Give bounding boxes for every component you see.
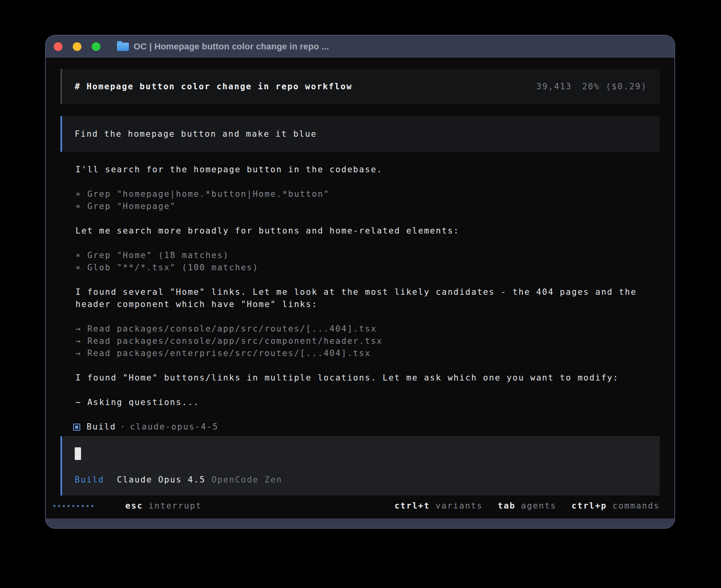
tool-call-group: ∗ Grep "Home" (18 matches) ∗ Glob "**/*.… [75, 249, 660, 274]
agent-square-icon [73, 424, 80, 431]
text-cursor[interactable] [75, 447, 81, 460]
window-title: OC | Homepage button color change in rep… [134, 41, 329, 52]
tool-call-grep: ∗ Grep "Homepage" [75, 200, 660, 213]
tool-call-glob: ∗ Glob "**/*.tsx" (100 matches) [75, 262, 660, 274]
tool-call-read: → Read packages/console/app/src/routes/[… [75, 323, 660, 335]
window-bottom-frame [46, 518, 674, 528]
arrow-right-icon: → [75, 336, 81, 346]
separator-dot: · [120, 421, 126, 433]
assistant-paragraph: I'll search for the homepage button in t… [75, 164, 660, 176]
tool-call-grep: ∗ Grep "Home" (18 matches) [75, 249, 660, 262]
esc-key-action: interrupt [149, 500, 202, 512]
footer-shortcuts: ctrl+tvariants tabagents ctrl+pcommands [379, 500, 660, 512]
status-footer: esc interrupt ctrl+tvariants tabagents c… [60, 500, 660, 512]
assistant-paragraph: I found several "Home" links. Let me loo… [75, 286, 660, 311]
tool-bullet-icon: ∗ [75, 251, 81, 260]
folder-icon [117, 43, 129, 51]
zoom-button[interactable] [92, 42, 100, 51]
agents-shortcut: tabagents [498, 500, 557, 512]
tool-call-grep: ∗ Grep "homepage|home.*button|Home.*butt… [75, 188, 660, 200]
tool-call-read: → Read packages/console/app/src/componen… [75, 335, 660, 347]
tool-bullet-icon: ∗ [75, 189, 81, 199]
input-model-name: Claude Opus 4.5 [117, 475, 206, 484]
session-title: # Homepage button color change in repo w… [75, 79, 352, 94]
user-message: Find the homepage button and make it blu… [60, 116, 660, 152]
input-agent-name: Build [75, 475, 104, 484]
tool-call-read: → Read packages/enterprise/src/routes/[.… [75, 347, 660, 360]
token-count: 39,413 [536, 82, 572, 91]
prompt-input[interactable]: BuildClaude Opus 4.5OpenCode Zen [60, 436, 660, 496]
close-button[interactable] [54, 42, 62, 51]
terminal-content: # Homepage button color change in repo w… [46, 58, 674, 518]
assistant-paragraph: Let me search more broadly for buttons a… [75, 225, 660, 237]
tool-bullet-icon: ∗ [75, 263, 81, 272]
tool-call-group: ∗ Grep "homepage|home.*button|Home.*butt… [75, 188, 660, 213]
agent-status-line: Build · claude-opus-4-5 [75, 421, 660, 433]
agent-name: Build [87, 421, 116, 433]
input-provider-name: OpenCode Zen [211, 475, 282, 484]
context-usage: 20% ($0.29) [582, 82, 647, 91]
session-stats: 39,41320% ($0.29) [536, 79, 647, 94]
minimize-button[interactable] [73, 42, 81, 51]
asking-questions-status: ~ Asking questions... [75, 396, 660, 409]
arrow-right-icon: → [75, 324, 81, 334]
tool-call-group: → Read packages/console/app/src/routes/[… [75, 323, 660, 360]
spinner-dots-icon [53, 505, 96, 507]
titlebar[interactable]: OC | Homepage button color change in rep… [46, 36, 674, 58]
commands-shortcut: ctrl+pcommands [572, 500, 660, 512]
terminal-window: OC | Homepage button color change in rep… [45, 35, 675, 529]
user-message-text: Find the homepage button and make it blu… [75, 129, 317, 139]
input-status-bar: BuildClaude Opus 4.5OpenCode Zen [75, 474, 647, 486]
session-header: # Homepage button color change in repo w… [60, 69, 660, 104]
model-name: claude-opus-4-5 [130, 421, 219, 433]
variants-shortcut: ctrl+tvariants [394, 500, 483, 512]
esc-key-hint: esc [125, 500, 143, 512]
tool-bullet-icon: ∗ [75, 202, 81, 211]
assistant-paragraph: I found "Home" buttons/links in multiple… [75, 372, 660, 384]
assistant-response: I'll search for the homepage button in t… [60, 152, 660, 433]
arrow-right-icon: → [75, 349, 81, 358]
